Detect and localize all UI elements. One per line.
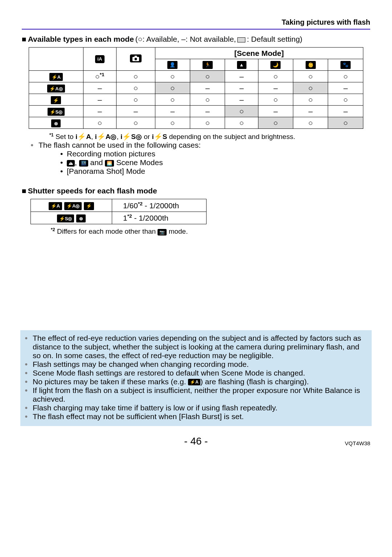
portrait-icon: 👤 [167, 61, 177, 69]
svg-point-2 [134, 58, 137, 60]
table-cell: ○ [116, 117, 155, 129]
shutter-speed-value: 1/60*2 - 1/2000th [112, 199, 207, 212]
list-item: Flash charging may take time if battery … [25, 404, 367, 412]
flash-auto-redeye-icon: ⚡A◎ [47, 85, 65, 93]
header-rule [22, 29, 370, 30]
legend-default-box [237, 37, 245, 42]
table-cell: – [225, 94, 258, 106]
table-cell: ○ [116, 94, 155, 106]
document-id: VQT4W38 [345, 440, 370, 446]
camera-mode-icon: 📷 [158, 229, 167, 236]
table-cell: ○ [293, 117, 328, 129]
flash-cannot-list: The flash cannot be used in the followin… [22, 141, 370, 176]
table-cell: – [83, 106, 116, 117]
list-item: Scene Mode flash settings are restored t… [25, 369, 367, 377]
flash-off-icon: ⊛ [51, 119, 61, 127]
page-number: - 46 - [184, 435, 208, 447]
flash-forced-icon: ⚡ [84, 202, 94, 210]
camera-mode-icon [130, 54, 142, 62]
table-cell: ○ [258, 117, 293, 129]
table-cell: – [116, 106, 155, 117]
table-cell: ○*1 [83, 71, 116, 82]
ia-flash-a-redeye-icon: i⚡A◎ [95, 133, 117, 140]
flash-auto-icon: ⚡A [49, 73, 63, 81]
legend-default: : Default setting) [247, 35, 302, 44]
flash-auto-redeye-icon: ⚡A◎ [64, 202, 82, 210]
table-cell: ○ [190, 94, 225, 106]
flash-slow-redeye-icon: ⚡S◎ [48, 108, 65, 116]
table-cell: ○ [155, 94, 190, 106]
night-scenery-icon: 🌃 [79, 160, 88, 167]
scenery-icon: ⛰ [67, 160, 75, 167]
list-item: [Panorama Shot] Mode [60, 167, 370, 176]
sports-icon: 🏃 [203, 61, 213, 69]
ia-flash-a-icon: i⚡A [75, 133, 91, 140]
footnote-2: *2 Differs for each mode other than 📷 mo… [51, 227, 370, 236]
list-item: ⛰, 🌃 and 🌅 Scene Modes [60, 158, 370, 167]
section-header: Taking pictures with flash [22, 18, 370, 26]
table-cell: – [328, 82, 363, 94]
table-cell: ○ [83, 117, 116, 129]
table-cell: – [225, 82, 258, 94]
table-cell: ○ [225, 117, 258, 129]
flash-slow-redeye-icon: ⚡S◎ [57, 214, 74, 222]
table-cell: ○ [258, 94, 293, 106]
list-item: The flash cannot be used in the followin… [30, 141, 370, 176]
table-cell: ○ [328, 71, 363, 82]
table-cell: ○ [155, 82, 190, 94]
table-cell: – [155, 106, 190, 117]
ia-mode-icon: iA [95, 55, 105, 63]
table-cell: ○ [225, 106, 258, 117]
table-cell: – [258, 82, 293, 94]
table-cell: ○ [258, 71, 293, 82]
svg-rect-1 [134, 56, 137, 57]
heading-text: Available types in each mode [28, 35, 134, 44]
table-cell: ○ [328, 94, 363, 106]
flash-auto-icon: ⚡A [188, 379, 200, 385]
table-cell: ○ [155, 71, 190, 82]
legend-available: (○: Available, –: Not available, [135, 35, 236, 44]
flash-off-icon: ⊛ [76, 214, 86, 222]
table-cell: – [258, 106, 293, 117]
table-cell: ○ [293, 94, 328, 106]
table-cell: ○ [155, 117, 190, 129]
modes-table: iA [Scene Mode] 👤🏃▲🌙👶🐾 ⚡A○*1○○○–○○○⚡A◎–○… [29, 47, 363, 129]
sunset-icon: 🌅 [105, 160, 114, 167]
table-cell: ○ [190, 71, 225, 82]
table-cell: – [293, 106, 328, 117]
table-cell: – [190, 106, 225, 117]
info-box: The effect of red-eye reduction varies d… [20, 330, 372, 426]
list-item: No pictures may be taken if these marks … [25, 377, 367, 386]
list-item: The flash effect may not be sufficient w… [25, 412, 367, 421]
heading-shutter-speeds: ■ Shutter speeds for each flash mode [22, 187, 370, 195]
list-item: Flash settings may be changed when chang… [25, 360, 367, 369]
shutter-speed-table: ⚡A ⚡A◎ ⚡1/60*2 - 1/2000th⚡S◎ ⊛1*2 - 1/20… [30, 199, 207, 224]
table-cell: ○ [190, 117, 225, 129]
list-item: If light from the flash on a subject is … [25, 386, 367, 404]
table-cell: ○ [116, 82, 155, 94]
flash-auto-icon: ⚡A [49, 202, 62, 210]
table-cell: ○ [293, 82, 328, 94]
list-item: The effect of red-eye reduction varies d… [25, 334, 367, 360]
night-portrait-icon: 🌙 [270, 61, 281, 69]
table-cell: ○ [328, 117, 363, 129]
table-cell: – [83, 94, 116, 106]
ia-flash-s-redeye-icon: i⚡S◎ [121, 133, 142, 140]
table-cell: – [83, 82, 116, 94]
flash-forced-icon: ⚡ [51, 96, 61, 104]
table-cell: ○ [116, 71, 155, 82]
ia-flash-s-icon: i⚡S [152, 133, 167, 140]
scene-mode-header: [Scene Mode] [155, 48, 363, 59]
list-item: Recording motion pictures [60, 150, 370, 158]
baby-icon: 👶 [306, 61, 316, 69]
pet-icon: 🐾 [340, 61, 351, 69]
table-cell: – [225, 71, 258, 82]
bullet-square: ■ [22, 35, 26, 44]
footnote-1: *1 Set to i⚡A, i⚡A◎, i⚡S◎ or i⚡S dependi… [49, 132, 370, 141]
table-cell: – [328, 106, 363, 117]
table-cell: ○ [293, 71, 328, 82]
heading-available-types: ■ Available types in each mode (○: Avail… [22, 35, 370, 44]
table-cell: – [190, 82, 225, 94]
shutter-speed-value: 1*2 - 1/2000th [112, 212, 207, 224]
landscape-icon: ▲ [237, 61, 246, 69]
